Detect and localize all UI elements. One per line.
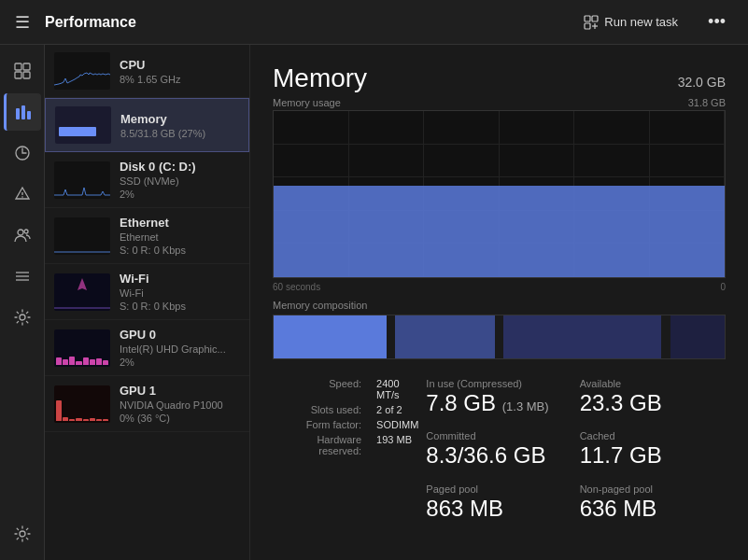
sidebar-item-services[interactable] xyxy=(4,299,41,336)
gpu1-sub2: 0% (36 °C) xyxy=(120,413,240,424)
stat-paged: Paged pool 863 MB xyxy=(426,483,572,521)
ethernet-thumbnail xyxy=(54,217,110,255)
device-item-wifi[interactable]: Wi-Fi Wi-Fi S: 0 R: 0 Kbps xyxy=(45,264,249,320)
composition-bar xyxy=(273,315,726,359)
gpu0-sub1: Intel(R) UHD Graphic... xyxy=(120,343,240,355)
svg-rect-6 xyxy=(23,63,30,70)
ethernet-name: Ethernet xyxy=(120,216,240,230)
history-icon xyxy=(14,145,31,161)
nonpaged-label: Non-paged pool xyxy=(580,483,726,495)
stat-nonpaged: Non-paged pool 636 MB xyxy=(580,483,726,521)
sidebar-item-startup[interactable] xyxy=(4,175,41,213)
ethernet-sub1: Ethernet xyxy=(120,231,240,243)
chart-left-label: 60 seconds xyxy=(273,282,320,292)
svg-rect-0 xyxy=(585,16,590,21)
device-item-disk0[interactable]: Disk 0 (C: D:) SSD (NVMe) 2% xyxy=(45,152,249,208)
slots-value: 2 of 2 xyxy=(376,404,418,415)
disk-sub2: 2% xyxy=(120,189,240,200)
ethernet-mini-graph xyxy=(54,217,110,255)
gpu1-bar xyxy=(90,418,95,420)
device-item-gpu0[interactable]: GPU 0 Intel(R) UHD Graphic... 2% xyxy=(45,320,249,376)
gpu0-bar xyxy=(56,357,62,364)
gpu0-info: GPU 0 Intel(R) UHD Graphic... 2% xyxy=(120,328,240,368)
committed-label: Committed xyxy=(426,430,572,441)
users-icon xyxy=(14,227,31,244)
disk-mini-graph xyxy=(54,161,110,199)
cpu-thumbnail xyxy=(54,52,110,90)
gpu0-bar xyxy=(96,358,102,364)
device-item-cpu[interactable]: CPU 8% 1.65 GHz xyxy=(45,45,249,98)
settings-icon xyxy=(14,525,31,542)
speed-value: 2400 MT/s xyxy=(376,378,418,400)
startup-icon xyxy=(14,186,31,203)
sidebar-item-users[interactable] xyxy=(4,217,41,254)
wifi-sub2: S: 0 R: 0 Kbps xyxy=(120,301,240,312)
gpu0-bar xyxy=(69,357,75,365)
ethernet-info: Ethernet Ethernet S: 0 R: 0 Kbps xyxy=(120,216,240,256)
gpu1-bar xyxy=(76,418,81,421)
gpu0-thumbnail xyxy=(54,329,110,367)
comp-gap2 xyxy=(495,315,504,358)
sidebar-item-history[interactable] xyxy=(4,134,41,172)
form-value: SODIMM xyxy=(376,419,418,430)
cached-value: 11.7 GB xyxy=(580,443,726,468)
svg-rect-7 xyxy=(15,72,21,78)
comp-free xyxy=(670,315,725,358)
cached-label: Cached xyxy=(580,430,726,441)
disk-info: Disk 0 (C: D:) SSD (NVMe) 2% xyxy=(120,160,240,200)
stat-committed: Committed 8.3/36.6 GB xyxy=(426,430,572,468)
gpu0-bar xyxy=(90,359,95,364)
slots-label: Slots used: xyxy=(273,404,361,415)
gpu1-sub1: NVIDIA Quadro P1000 xyxy=(120,399,240,411)
svg-rect-2 xyxy=(585,23,590,29)
available-value: 23.3 GB xyxy=(580,391,726,415)
wifi-name: Wi-Fi xyxy=(120,272,240,286)
svg-point-22 xyxy=(20,531,25,537)
sidebar-item-options[interactable] xyxy=(4,515,41,553)
device-item-gpu1[interactable]: GPU 1 NVIDIA Quadro P1000 0% (36 °C) xyxy=(45,376,249,432)
device-list: CPU 8% 1.65 GHz Memory 8.5/31.8 GB (27%) xyxy=(45,45,250,560)
gpu0-bar xyxy=(76,361,81,365)
svg-rect-10 xyxy=(21,105,25,119)
chart-right-label: 0 xyxy=(720,282,726,292)
hamburger-menu-icon[interactable]: ☰ xyxy=(15,12,30,33)
memory-name: Memory xyxy=(120,112,239,126)
header-actions: Run new task ••• xyxy=(576,8,733,35)
wifi-thumbnail xyxy=(54,273,110,311)
cpu-info: CPU 8% 1.65 GHz xyxy=(120,58,240,85)
chart-footer: 60 seconds 0 xyxy=(273,282,726,292)
gpu1-bars xyxy=(54,385,110,423)
comp-standby xyxy=(503,315,661,358)
run-new-task-button[interactable]: Run new task xyxy=(576,11,685,34)
sidebar-item-details[interactable] xyxy=(4,258,41,295)
memory-title-row: Memory 32.0 GB xyxy=(273,63,726,93)
stat-cached: Cached 11.7 GB xyxy=(580,430,726,468)
sidebar-item-processes[interactable] xyxy=(4,52,41,90)
reserved-label: Hardware reserved: xyxy=(273,434,361,456)
svg-point-21 xyxy=(20,315,25,320)
services-icon xyxy=(14,309,31,326)
in-use-label: In use (Compressed) xyxy=(426,378,572,389)
device-item-ethernet[interactable]: Ethernet Ethernet S: 0 R: 0 Kbps xyxy=(45,208,249,264)
paged-label: Paged pool xyxy=(426,483,572,495)
composition-label: Memory composition xyxy=(273,300,726,311)
form-label: Form factor: xyxy=(273,419,361,430)
memory-title: Memory xyxy=(273,63,367,93)
app-title: Performance xyxy=(45,14,576,31)
ethernet-sub2: S: 0 R: 0 Kbps xyxy=(120,245,240,256)
paged-value: 863 MB xyxy=(426,497,572,521)
comp-in-use xyxy=(274,315,387,358)
comp-gap1 xyxy=(387,315,396,358)
gpu1-bar xyxy=(83,419,89,421)
sidebar-item-performance[interactable] xyxy=(4,93,41,131)
gpu0-sub2: 2% xyxy=(120,357,240,368)
stats-grid: In use (Compressed) 7.8 GB (1.3 MB) Avai… xyxy=(273,378,726,521)
device-item-memory[interactable]: Memory 8.5/31.8 GB (27%) xyxy=(45,98,249,152)
gpu1-bar xyxy=(96,419,102,421)
svg-marker-24 xyxy=(78,278,87,290)
memory-sub: 8.5/31.8 GB (27%) xyxy=(120,128,239,139)
speed-label: Speed: xyxy=(273,378,361,400)
more-options-button[interactable]: ••• xyxy=(700,8,733,35)
svg-rect-1 xyxy=(592,16,598,21)
stat-available: Available 23.3 GB xyxy=(580,378,726,415)
